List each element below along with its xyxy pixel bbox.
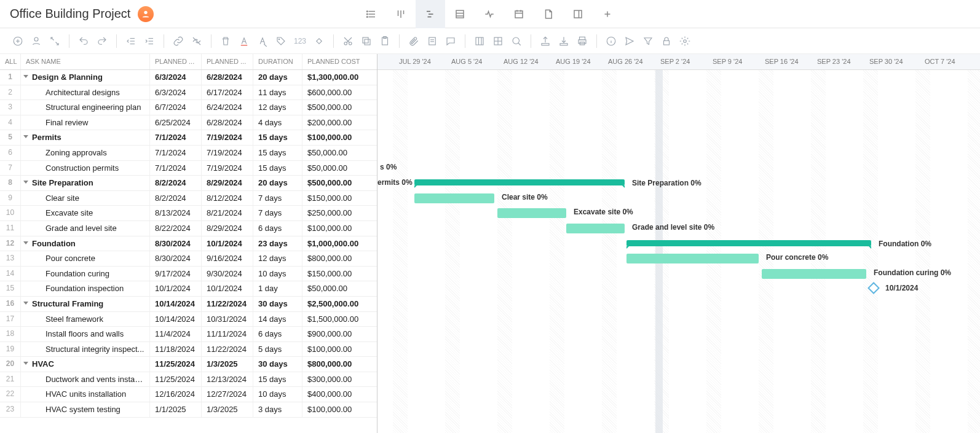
- columns-icon[interactable]: [472, 33, 488, 49]
- col-all[interactable]: ALL: [0, 54, 21, 69]
- table-row[interactable]: 3Structural engineering plan6/7/20246/24…: [0, 100, 377, 115]
- table-row[interactable]: 19Structural integrity inspect...11/18/2…: [0, 342, 377, 357]
- task-bar[interactable]: [762, 269, 866, 279]
- page-title: Office Building Project: [10, 7, 130, 21]
- undo-icon[interactable]: [76, 33, 92, 49]
- paste-icon[interactable]: [377, 33, 393, 49]
- table-row[interactable]: 15Foundation inspection10/1/202410/1/202…: [0, 281, 377, 297]
- table-row[interactable]: 10Excavate site8/13/20248/21/20247 days$…: [0, 206, 377, 221]
- add-icon[interactable]: [10, 33, 26, 49]
- note-icon[interactable]: [424, 33, 440, 49]
- refresh-icon[interactable]: [47, 33, 63, 49]
- info-icon[interactable]: [603, 33, 619, 49]
- person-icon[interactable]: [28, 33, 44, 49]
- bar-label: Grade and level site 0%: [632, 223, 714, 232]
- outdent-icon[interactable]: [123, 33, 139, 49]
- table-row[interactable]: 9Clear site8/2/20248/12/20247 days$150,0…: [0, 191, 377, 206]
- svg-line-43: [347, 37, 352, 42]
- attach-icon[interactable]: [406, 33, 422, 49]
- avatar[interactable]: [138, 6, 154, 22]
- bar-label: ermits 0%: [377, 178, 413, 187]
- gantt-timeline-header: JUL 29 '24AUG 5 '24AUG 12 '24AUG 19 '24A…: [377, 54, 980, 70]
- diamond-icon[interactable]: [311, 33, 327, 49]
- view-gantt-icon[interactable]: [416, 0, 445, 28]
- view-activity-icon[interactable]: [475, 0, 504, 28]
- task-bar[interactable]: [414, 193, 494, 203]
- numbering-label[interactable]: 123: [291, 37, 309, 45]
- view-calendar-icon[interactable]: [504, 0, 534, 28]
- timeline-tick: OCT 7 '24: [925, 58, 955, 65]
- table-row[interactable]: 7Construction permits7/1/20247/19/202415…: [0, 161, 377, 176]
- bar-label: Clear site 0%: [502, 193, 548, 201]
- delete-icon[interactable]: [218, 33, 234, 49]
- timeline-tick: AUG 26 '24: [608, 58, 643, 65]
- table-row[interactable]: 18Install floors and walls11/4/202411/11…: [0, 327, 377, 342]
- table-row[interactable]: 5Permits7/1/20247/19/202415 days$100,000…: [0, 130, 377, 146]
- svg-rect-68: [664, 41, 670, 45]
- col-name[interactable]: ASK NAME: [21, 54, 150, 69]
- task-bar[interactable]: [566, 224, 625, 233]
- export-icon[interactable]: [537, 33, 553, 49]
- view-list-icon[interactable]: [357, 0, 386, 28]
- indent-icon[interactable]: [141, 33, 157, 49]
- clear-format-icon[interactable]: [255, 33, 271, 49]
- view-doc-icon[interactable]: [534, 0, 563, 28]
- summary-bar[interactable]: [626, 240, 871, 246]
- col-duration[interactable]: DURATION: [253, 54, 302, 69]
- view-table-icon[interactable]: [445, 0, 475, 28]
- print-icon[interactable]: [574, 33, 590, 49]
- gantt-chart[interactable]: JUL 29 '24AUG 5 '24AUG 12 '24AUG 19 '24A…: [377, 54, 980, 433]
- col-start[interactable]: PLANNED ...: [150, 54, 202, 69]
- grid-icon[interactable]: [490, 33, 506, 49]
- view-board-icon[interactable]: [386, 0, 416, 28]
- cut-icon[interactable]: [340, 33, 356, 49]
- add-view-icon[interactable]: [593, 0, 622, 28]
- table-row[interactable]: 20HVAC11/25/20241/3/202530 days$800,000.…: [0, 357, 377, 372]
- bar-label: Foundation curing 0%: [874, 268, 951, 277]
- summary-bar[interactable]: [414, 179, 625, 185]
- filter-icon[interactable]: [640, 33, 656, 49]
- unlink-icon[interactable]: [189, 33, 205, 49]
- table-row[interactable]: 22HVAC units installation12/16/202412/27…: [0, 387, 377, 402]
- copy-icon[interactable]: [358, 33, 374, 49]
- redo-icon[interactable]: [94, 33, 110, 49]
- table-row[interactable]: 1Design & Planning6/3/20246/28/202420 da…: [0, 70, 377, 85]
- timeline-tick: SEP 16 '24: [765, 58, 799, 65]
- table-row[interactable]: 17Steel framework10/14/202410/31/202414 …: [0, 312, 377, 327]
- svg-line-38: [264, 44, 267, 47]
- settings-icon[interactable]: [677, 33, 693, 49]
- table-row[interactable]: 8Site Preparation8/2/20248/29/202420 day…: [0, 176, 377, 191]
- svg-rect-52: [476, 37, 483, 45]
- lock-icon[interactable]: [658, 33, 674, 49]
- grid-header: ALL ASK NAME PLANNED ... PLANNED ... DUR…: [0, 54, 377, 70]
- table-row[interactable]: 11Grade and level site8/22/20248/29/2024…: [0, 221, 377, 236]
- table-row[interactable]: 21Ductwork and vents install...11/25/202…: [0, 372, 377, 388]
- table-row[interactable]: 4Final review6/25/20246/28/20244 days$20…: [0, 115, 377, 131]
- table-row[interactable]: 23HVAC system testing1/1/20251/3/20253 d…: [0, 402, 377, 418]
- font-color-icon[interactable]: [236, 33, 252, 49]
- task-bar[interactable]: [626, 254, 759, 263]
- svg-rect-13: [456, 10, 464, 18]
- table-row[interactable]: 16Structural Framing10/14/202411/22/2024…: [0, 297, 377, 312]
- bar-label: 10/1/2024: [885, 284, 918, 292]
- tag-icon[interactable]: [273, 33, 289, 49]
- col-cost[interactable]: PLANNED COST: [302, 54, 376, 69]
- bar-label: Pour concrete 0%: [766, 253, 828, 262]
- timeline-tick: SEP 23 '24: [817, 58, 851, 65]
- send-icon[interactable]: [622, 33, 638, 49]
- table-row[interactable]: 12Foundation8/30/202410/1/202423 days$1,…: [0, 236, 377, 252]
- table-row[interactable]: 13Pour concrete8/30/20249/16/202412 days…: [0, 251, 377, 267]
- comment-icon[interactable]: [443, 33, 459, 49]
- import-icon[interactable]: [556, 33, 572, 49]
- svg-point-4: [367, 11, 368, 12]
- table-row[interactable]: 14Foundation curing9/17/20249/30/202410 …: [0, 267, 377, 282]
- col-end[interactable]: PLANNED ...: [202, 54, 253, 69]
- zoom-icon[interactable]: [508, 33, 524, 49]
- task-bar[interactable]: [497, 208, 566, 218]
- link-icon[interactable]: [170, 33, 186, 49]
- timeline-tick: AUG 12 '24: [504, 58, 539, 65]
- table-row[interactable]: 2Architectural designs6/3/20246/17/20241…: [0, 85, 377, 101]
- task-grid: ALL ASK NAME PLANNED ... PLANNED ... DUR…: [0, 54, 377, 433]
- view-panel-icon[interactable]: [563, 0, 593, 28]
- table-row[interactable]: 6Zoning approvals7/1/20247/19/202415 day…: [0, 146, 377, 161]
